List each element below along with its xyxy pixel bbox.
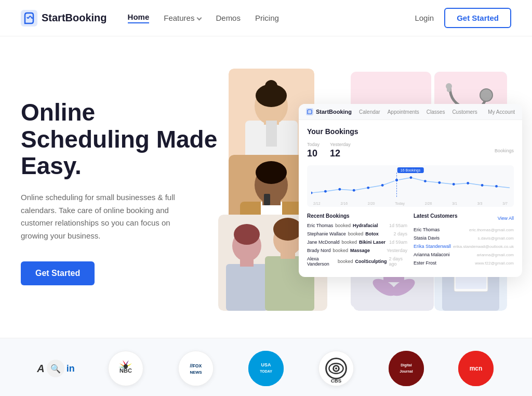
chevron-down-icon — [197, 15, 202, 20]
svg-text:mcn: mcn — [470, 365, 483, 372]
recent-bookings-title: Recent Bookings — [307, 213, 407, 219]
svg-text:NEWS: NEWS — [190, 370, 202, 375]
booking-row-4: Brady Nord booked Massage Yesterday — [307, 248, 407, 253]
svg-point-57 — [495, 185, 498, 188]
dashboard-body: Your Bookings Today 10 Yesterday 12 Book… — [299, 120, 522, 277]
navbar: StartBooking Home Features Demos Pricing… — [0, 0, 532, 36]
svg-rect-15 — [264, 194, 270, 205]
nav-demos[interactable]: Demos — [216, 14, 241, 22]
logo-icon — [21, 10, 37, 27]
nav-home[interactable]: Home — [128, 12, 150, 23]
press-foxnews-logo: //FOX NEWS — [178, 351, 214, 386]
nav-pricing[interactable]: Pricing — [255, 14, 279, 22]
svg-point-47 — [353, 189, 355, 192]
svg-rect-43 — [306, 108, 313, 115]
customers-title: Latest Customers — [414, 213, 457, 219]
press-item-mcn: mcn — [453, 353, 499, 384]
hero-title: Online Scheduling Made Easy. — [21, 99, 218, 180]
dashboard-chart: 16 Bookings — [307, 165, 514, 207]
svg-point-56 — [481, 184, 484, 187]
dashboard-topbar: StartBooking Calendar Appointments Class… — [299, 104, 522, 120]
svg-text:Journal: Journal — [400, 369, 413, 373]
press-item-foxnews: //FOX NEWS — [172, 353, 219, 384]
get-started-hero-button[interactable]: Get Started — [21, 261, 95, 285]
press-item-cbs: CBS — [313, 353, 360, 384]
press-nbc-logo: NBC — [108, 351, 143, 386]
customer-row-3: Erika Standenwall erika.standenwall@outl… — [414, 244, 514, 249]
chart-line — [311, 169, 510, 199]
svg-point-65 — [248, 351, 284, 386]
press-item-asi: A 🔍 in — [32, 353, 79, 384]
svg-text:CBS: CBS — [331, 378, 342, 384]
svg-point-48 — [367, 187, 369, 189]
svg-point-75 — [389, 351, 424, 386]
svg-point-49 — [381, 184, 384, 187]
booking-row-2: Stephanie Wallace booked Botox 2 days — [307, 231, 407, 236]
customer-row-2: Stasia Davis s.davis@gmail.com — [414, 235, 514, 241]
svg-point-7 — [265, 80, 277, 93]
dashboard-bottom: Recent Bookings Eric Thomas booked Hydra… — [307, 213, 514, 270]
svg-text:USA: USA — [261, 362, 271, 367]
chart-dates: 2/12 2/16 2/20 Today 2/26 3/1 3/3 3/7 — [311, 202, 510, 205]
svg-point-55 — [467, 182, 469, 184]
customer-row-4: Arianna Malaconi arianna@gmail.com — [414, 252, 514, 257]
nav-links: Home Features Demos Pricing — [128, 12, 415, 23]
dashboard-card: StartBooking Calendar Appointments Class… — [299, 104, 522, 277]
svg-point-54 — [453, 183, 455, 186]
dashboard-nav: Calendar Appointments Classes Customers — [359, 109, 477, 115]
press-asi-logos: A 🔍 in — [37, 360, 74, 377]
svg-text://FOX: //FOX — [190, 363, 202, 368]
view-all-link[interactable]: View All — [498, 216, 514, 221]
svg-point-45 — [324, 190, 327, 193]
svg-point-51 — [410, 176, 413, 179]
svg-point-53 — [438, 181, 441, 184]
svg-point-44 — [311, 192, 312, 194]
svg-point-61 — [124, 364, 128, 368]
cbs-icon: CBS — [319, 351, 353, 386]
press-mcn-logo: mcn — [458, 351, 494, 386]
db-nav-classes: Classes — [427, 109, 445, 115]
db-nav-customers: Customers — [452, 109, 477, 115]
press-cbs-logo: CBS — [318, 351, 354, 386]
press-in-text: in — [66, 363, 75, 374]
hero-section: Online Scheduling Made Easy. Online sche… — [0, 36, 532, 338]
db-nav-calendar: Calendar — [359, 109, 380, 115]
press-as-text: A — [37, 363, 44, 375]
svg-point-24 — [273, 218, 302, 241]
get-started-nav-button[interactable]: Get Started — [444, 8, 511, 28]
db-nav-appointments: Appointments — [388, 109, 419, 115]
svg-point-34 — [480, 89, 493, 101]
dashboard-logo: StartBooking — [306, 108, 352, 115]
login-button[interactable]: Login — [415, 14, 434, 22]
customer-row-1: Eric Thomas eric.thomas@gmail.com — [414, 227, 514, 232]
stat-bookings-label: Bookings — [495, 142, 514, 159]
press-item-nbc: NBC — [102, 353, 149, 384]
booking-row-5: Alexa Vanderson booked CoolSculpting 2 d… — [307, 256, 407, 267]
chart-tooltip: 16 Bookings — [397, 167, 424, 173]
booking-row-1: Eric Thomas booked Hydrafacial 1d 55am — [307, 223, 407, 228]
press-digitaljournal-logo: Digital Journal — [389, 351, 424, 386]
svg-point-52 — [424, 180, 427, 182]
svg-text:Digital: Digital — [401, 363, 411, 367]
logo[interactable]: StartBooking — [21, 10, 107, 27]
digitaljournal-icon: Digital Journal — [389, 351, 424, 386]
customer-row-5: Ester Frost www.f22@gmail.com — [414, 260, 514, 266]
customers-header: Latest Customers View All — [414, 213, 514, 223]
dashboard-stats: Today 10 Yesterday 12 Bookings — [307, 142, 514, 159]
svg-point-20 — [234, 224, 260, 245]
hero-left: Online Scheduling Made Easy. Online sche… — [21, 36, 218, 338]
nav-right: Login Get Started — [415, 8, 511, 28]
press-bar: A 🔍 in NBC — [0, 338, 532, 396]
press-item-digitaljournal: Digital Journal — [383, 353, 430, 384]
hero-right: StartBooking Calendar Appointments Class… — [218, 36, 511, 338]
dashboard-logo-icon — [306, 108, 313, 115]
dashboard-title: Your Bookings — [307, 127, 514, 136]
press-usatoday-logo: USA TODAY — [248, 351, 284, 386]
svg-point-36 — [447, 88, 451, 92]
hero-description: Online scheduling for small businesses &… — [21, 191, 187, 243]
svg-text:TODAY: TODAY — [260, 369, 272, 373]
svg-point-46 — [338, 188, 341, 191]
stat-yesterday: Yesterday 12 — [330, 142, 351, 159]
press-item-usatoday: USA TODAY — [243, 353, 289, 384]
nav-features[interactable]: Features — [164, 14, 201, 22]
